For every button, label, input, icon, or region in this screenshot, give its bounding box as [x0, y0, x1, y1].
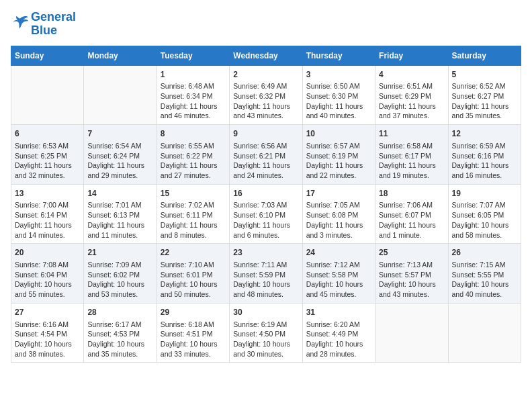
cell-content-line: Sunrise: 6:55 AM	[161, 141, 226, 151]
cell-content-line: Daylight: 10 hours and 43 minutes.	[379, 279, 444, 299]
cell-content-line: Daylight: 10 hours and 30 minutes.	[233, 339, 298, 359]
day-number: 12	[452, 128, 517, 140]
cell-content-line: Sunset: 6:02 PM	[87, 270, 152, 280]
cell-content-line: Sunset: 6:32 PM	[233, 91, 298, 101]
cell-content-line: Daylight: 10 hours and 50 minutes.	[161, 279, 226, 299]
cell-content-line: Daylight: 11 hours and 27 minutes.	[161, 161, 226, 180]
calendar-week-row: 1Sunrise: 6:48 AMSunset: 6:34 PMDaylight…	[11, 65, 521, 125]
calendar-cell: 15Sunrise: 7:02 AMSunset: 6:11 PMDayligh…	[157, 184, 229, 244]
day-number: 2	[233, 69, 298, 81]
cell-content-line: Daylight: 11 hours and 19 minutes.	[379, 161, 444, 180]
logo: General Blue	[11, 11, 76, 38]
cell-content-line: Daylight: 11 hours and 1 minute.	[379, 220, 444, 240]
cell-content-line: Sunrise: 6:17 AM	[87, 320, 152, 330]
cell-content-line: Sunset: 6:14 PM	[15, 210, 80, 220]
cell-content-line: Daylight: 10 hours and 58 minutes.	[452, 220, 517, 240]
calendar-cell: 14Sunrise: 7:01 AMSunset: 6:13 PMDayligh…	[84, 184, 157, 244]
calendar-week-row: 27Sunrise: 6:16 AMSunset: 4:54 PMDayligh…	[11, 303, 521, 363]
calendar-cell: 7Sunrise: 6:54 AMSunset: 6:24 PMDaylight…	[84, 125, 157, 185]
calendar-cell: 16Sunrise: 7:03 AMSunset: 6:10 PMDayligh…	[230, 184, 302, 244]
cell-content-line: Sunrise: 6:20 AM	[306, 320, 371, 330]
cell-content-line: Daylight: 11 hours and 11 minutes.	[87, 220, 152, 240]
cell-content-line: Sunrise: 7:08 AM	[15, 260, 80, 270]
day-number: 5	[452, 69, 517, 81]
cell-content-line: Sunset: 4:53 PM	[87, 329, 152, 339]
cell-content-line: Sunrise: 6:58 AM	[379, 141, 444, 151]
cell-content-line: Sunset: 6:22 PM	[161, 151, 226, 161]
cell-content-line: Daylight: 10 hours and 28 minutes.	[306, 339, 371, 359]
cell-content-line: Sunrise: 6:56 AM	[233, 141, 298, 151]
cell-content-line: Sunset: 6:04 PM	[15, 270, 80, 280]
day-number: 26	[452, 247, 517, 259]
calendar-cell: 26Sunrise: 7:15 AMSunset: 5:55 PMDayligh…	[448, 244, 521, 304]
day-of-week-header: Monday	[84, 46, 157, 65]
cell-content-line: Sunrise: 7:06 AM	[379, 200, 444, 210]
day-number: 28	[87, 307, 152, 318]
calendar-cell	[11, 65, 84, 125]
cell-content-line: Sunset: 6:05 PM	[452, 210, 517, 220]
cell-content-line: Daylight: 11 hours and 29 minutes.	[87, 161, 152, 180]
cell-content-line: Sunrise: 7:15 AM	[452, 260, 517, 270]
calendar-cell: 8Sunrise: 6:55 AMSunset: 6:22 PMDaylight…	[157, 125, 229, 185]
calendar-cell: 27Sunrise: 6:16 AMSunset: 4:54 PMDayligh…	[11, 303, 84, 363]
cell-content-line: Sunset: 6:08 PM	[306, 210, 371, 220]
cell-content-line: Sunrise: 6:54 AM	[87, 141, 152, 151]
day-number: 30	[233, 307, 298, 318]
day-number: 25	[379, 247, 444, 259]
calendar-cell: 23Sunrise: 7:11 AMSunset: 5:59 PMDayligh…	[230, 244, 302, 304]
calendar-cell: 5Sunrise: 6:52 AMSunset: 6:27 PMDaylight…	[448, 65, 521, 125]
cell-content-line: Daylight: 10 hours and 38 minutes.	[15, 339, 80, 359]
day-of-week-header: Friday	[375, 46, 448, 65]
cell-content-line: Sunrise: 7:02 AM	[161, 200, 226, 210]
cell-content-line: Daylight: 11 hours and 43 minutes.	[233, 101, 298, 121]
calendar-cell: 20Sunrise: 7:08 AMSunset: 6:04 PMDayligh…	[11, 244, 84, 304]
cell-content-line: Sunrise: 7:11 AM	[233, 260, 298, 270]
day-number: 10	[306, 128, 371, 140]
cell-content-line: Sunset: 6:25 PM	[15, 151, 80, 161]
cell-content-line: Sunset: 5:57 PM	[379, 270, 444, 280]
day-number: 17	[306, 188, 371, 199]
cell-content-line: Daylight: 11 hours and 14 minutes.	[15, 220, 80, 240]
cell-content-line: Sunset: 4:49 PM	[306, 329, 371, 339]
day-number: 18	[379, 188, 444, 199]
day-of-week-header: Thursday	[302, 46, 375, 65]
calendar-cell: 6Sunrise: 6:53 AMSunset: 6:25 PMDaylight…	[11, 125, 84, 185]
calendar-cell: 17Sunrise: 7:05 AMSunset: 6:08 PMDayligh…	[302, 184, 375, 244]
cell-content-line: Daylight: 11 hours and 6 minutes.	[233, 220, 298, 240]
cell-content-line: Sunset: 6:34 PM	[161, 91, 226, 101]
cell-content-line: Sunrise: 7:01 AM	[87, 200, 152, 210]
cell-content-line: Sunset: 6:19 PM	[306, 151, 371, 161]
cell-content-line: Sunrise: 6:18 AM	[161, 320, 226, 330]
day-number: 23	[233, 247, 298, 259]
cell-content-line: Sunrise: 6:49 AM	[233, 81, 298, 91]
cell-content-line: Daylight: 11 hours and 22 minutes.	[306, 161, 371, 180]
cell-content-line: Sunset: 5:59 PM	[233, 270, 298, 280]
cell-content-line: Daylight: 10 hours and 45 minutes.	[306, 279, 371, 299]
calendar-cell: 12Sunrise: 6:59 AMSunset: 6:16 PMDayligh…	[448, 125, 521, 185]
cell-content-line: Sunset: 4:54 PM	[15, 329, 80, 339]
cell-content-line: Sunset: 6:01 PM	[161, 270, 226, 280]
cell-content-line: Daylight: 11 hours and 37 minutes.	[379, 101, 444, 121]
cell-content-line: Sunrise: 7:09 AM	[87, 260, 152, 270]
cell-content-line: Sunset: 6:07 PM	[379, 210, 444, 220]
logo-bird-icon	[11, 13, 30, 32]
calendar-cell	[448, 303, 521, 363]
day-number: 21	[87, 247, 152, 259]
day-number: 6	[15, 128, 80, 140]
calendar-cell: 10Sunrise: 6:57 AMSunset: 6:19 PMDayligh…	[302, 125, 375, 185]
calendar-header-row: SundayMondayTuesdayWednesdayThursdayFrid…	[11, 46, 521, 65]
calendar-cell: 2Sunrise: 6:49 AMSunset: 6:32 PMDaylight…	[230, 65, 302, 125]
day-number: 29	[161, 307, 226, 318]
cell-content-line: Daylight: 11 hours and 3 minutes.	[306, 220, 371, 240]
calendar-cell: 30Sunrise: 6:19 AMSunset: 4:50 PMDayligh…	[230, 303, 302, 363]
day-of-week-header: Saturday	[448, 46, 521, 65]
logo-text-line1: General	[31, 11, 76, 24]
day-number: 19	[452, 188, 517, 199]
cell-content-line: Sunset: 6:10 PM	[233, 210, 298, 220]
cell-content-line: Sunrise: 6:51 AM	[379, 81, 444, 91]
cell-content-line: Sunrise: 7:10 AM	[161, 260, 226, 270]
calendar-cell: 24Sunrise: 7:12 AMSunset: 5:58 PMDayligh…	[302, 244, 375, 304]
logo-text-line2: Blue	[31, 24, 76, 38]
day-number: 7	[87, 128, 152, 140]
calendar-table: SundayMondayTuesdayWednesdayThursdayFrid…	[11, 46, 521, 363]
